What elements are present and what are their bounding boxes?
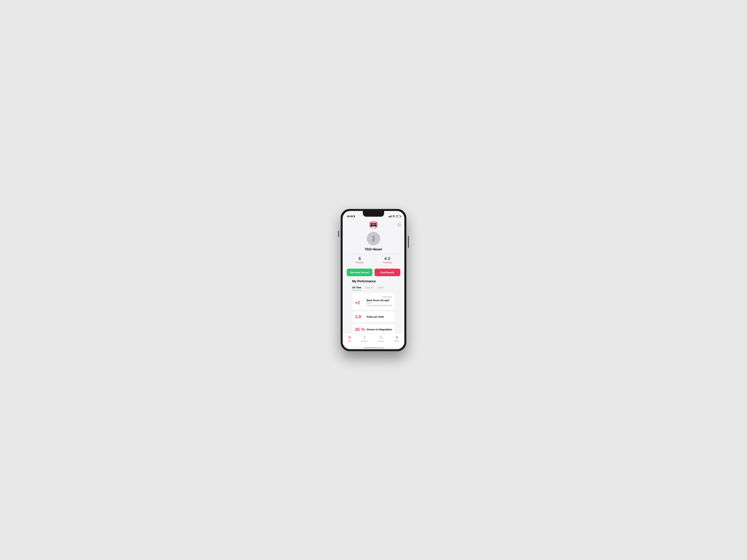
greens-card: 26 % Greens in Regulation (352, 324, 395, 333)
courses-label: Courses (378, 340, 384, 342)
rounds-value: 6 (359, 256, 361, 261)
handicap-value: 4.0 (384, 256, 390, 261)
performance-tabs: All Time Last 20 Last 5 (352, 285, 395, 290)
performance-section: My Performance All Time Last 20 Last 5 1… (352, 280, 395, 333)
svg-point-12 (396, 337, 397, 338)
best-score-value: +2 (355, 300, 367, 305)
svg-point-5 (372, 235, 375, 238)
best-score-card: 19/03/2021 +2 Best Score (to par) PIGC P… (352, 293, 395, 309)
best-score-club: Paris International Golf Club (367, 304, 392, 307)
app-header: TAG HEUER (343, 220, 404, 230)
rounds-label: Rounds (356, 261, 364, 264)
svg-point-6 (349, 336, 350, 337)
resume-round-button[interactable]: Resume Round (347, 269, 372, 276)
tab-last-5[interactable]: Last 5 (377, 285, 384, 290)
putts-card: 1,9 Putts per Hole (352, 311, 395, 322)
tab-all-time[interactable]: All Time (352, 285, 361, 290)
rounds-icon (363, 335, 367, 339)
svg-point-0 (393, 217, 394, 218)
svg-text:HEUER: HEUER (372, 225, 375, 226)
notch (363, 211, 384, 217)
phone-frame: 18:00 (341, 209, 406, 351)
watch-icon (395, 335, 399, 339)
svg-point-7 (364, 336, 365, 337)
best-score-date: 19/03/2021 (355, 296, 392, 298)
putts-info: Putts per Hole (367, 315, 392, 318)
home-indicator (363, 348, 384, 348)
tag-heuer-logo: TAG HEUER (369, 221, 378, 228)
bottom-nav: Me Rounds (343, 333, 404, 347)
greens-value: 26 % (355, 327, 367, 332)
end-round-button[interactable]: End Round (375, 269, 400, 276)
action-buttons: Resume Round End Round (346, 269, 401, 276)
wifi-icon (392, 215, 395, 218)
putts-content: 1,9 Putts per Hole (355, 314, 392, 320)
stat-handicap: 4.0 Handicap (374, 254, 401, 266)
avatar (367, 232, 380, 245)
svg-point-9 (380, 336, 382, 338)
watch-label: Watch (394, 340, 400, 342)
stat-rounds: 6 Rounds (346, 254, 374, 266)
me-label: Me (348, 340, 351, 342)
phone-screen: 18:00 (343, 211, 404, 349)
profile-section: TAG Heuer 6 Rounds 4.0 Handicap Resume R… (343, 230, 404, 333)
nav-item-me[interactable]: Me (345, 335, 354, 343)
profile-name: TAG Heuer (365, 247, 382, 251)
greens-content: 26 % Greens in Regulation (355, 327, 392, 332)
putts-value: 1,9 (355, 314, 367, 320)
rounds-label: Rounds (361, 340, 368, 342)
nav-item-rounds[interactable]: Rounds (359, 335, 370, 343)
settings-icon[interactable] (397, 223, 401, 227)
best-score-content: +2 Best Score (to par) PIGC Paris Intern… (355, 299, 392, 307)
svg-rect-11 (396, 336, 398, 338)
best-score-code: PIGC (367, 302, 392, 304)
status-time: 18:00 (347, 215, 355, 218)
signal-icon (388, 215, 391, 218)
svg-text:TAG: TAG (372, 224, 375, 224)
avatar-icon (369, 234, 378, 243)
courses-icon (379, 335, 383, 339)
stats-row: 6 Rounds 4.0 Handicap (346, 254, 401, 266)
performance-title: My Performance (352, 280, 395, 283)
nav-item-watch[interactable]: Watch (392, 335, 402, 343)
putts-title: Putts per Hole (367, 315, 392, 318)
me-icon (347, 335, 352, 339)
status-icons (388, 215, 400, 218)
main-content: TAG HEUER (343, 220, 404, 333)
svg-line-10 (382, 338, 383, 339)
best-score-info: Best Score (to par) PIGC Paris Internati… (367, 299, 392, 307)
nav-item-courses[interactable]: Courses (376, 335, 386, 343)
greens-info: Greens in Regulation (367, 328, 392, 331)
location-icon (354, 215, 355, 218)
best-score-title: Best Score (to par) (367, 299, 392, 302)
home-indicator-bar (343, 347, 404, 349)
handicap-label: Handicap (383, 261, 392, 264)
tab-last-20[interactable]: Last 20 (365, 285, 373, 290)
greens-title: Greens in Regulation (367, 328, 392, 331)
battery-icon (396, 215, 400, 218)
